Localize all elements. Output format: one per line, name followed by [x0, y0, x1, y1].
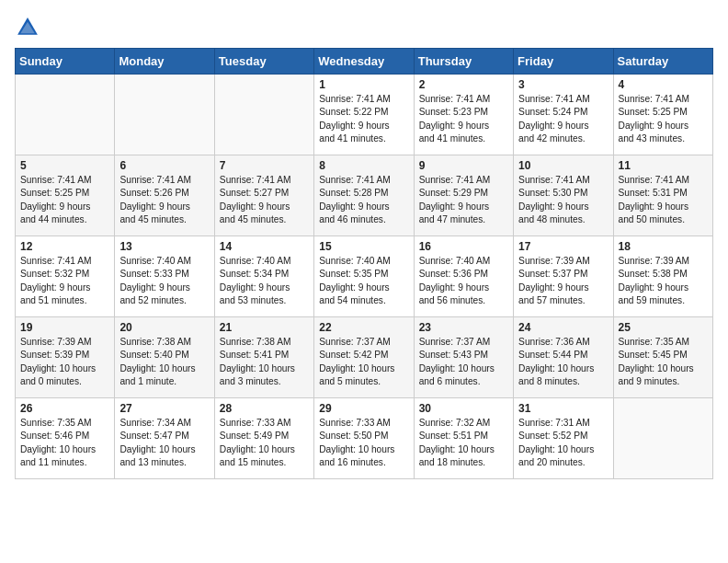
header-friday: Friday — [514, 49, 613, 75]
day-info: Sunrise: 7:33 AM Sunset: 5:49 PM Dayligh… — [220, 417, 309, 469]
day-number: 24 — [518, 321, 608, 334]
day-info: Sunrise: 7:41 AM Sunset: 5:24 PM Dayligh… — [518, 93, 608, 145]
day-info: Sunrise: 7:38 AM Sunset: 5:41 PM Dayligh… — [220, 336, 309, 388]
day-info: Sunrise: 7:38 AM Sunset: 5:40 PM Dayligh… — [119, 336, 209, 388]
header-tuesday: Tuesday — [214, 49, 313, 75]
day-number: 19 — [20, 321, 109, 334]
day-number: 11 — [619, 159, 708, 172]
calendar-cell: 15Sunrise: 7:40 AM Sunset: 5:35 PM Dayli… — [314, 236, 414, 317]
header-thursday: Thursday — [414, 49, 513, 75]
calendar-cell: 26Sunrise: 7:35 AM Sunset: 5:46 PM Dayli… — [16, 398, 115, 479]
day-info: Sunrise: 7:41 AM Sunset: 5:28 PM Dayligh… — [319, 174, 408, 226]
calendar-cell: 3Sunrise: 7:41 AM Sunset: 5:24 PM Daylig… — [514, 75, 613, 155]
day-number: 12 — [20, 240, 109, 253]
day-info: Sunrise: 7:40 AM Sunset: 5:35 PM Dayligh… — [319, 255, 408, 307]
day-number: 15 — [319, 240, 408, 253]
day-number: 22 — [319, 321, 408, 334]
calendar-cell: 5Sunrise: 7:41 AM Sunset: 5:25 PM Daylig… — [16, 155, 115, 236]
day-info: Sunrise: 7:41 AM Sunset: 5:27 PM Dayligh… — [220, 174, 309, 226]
day-number: 10 — [518, 159, 608, 172]
day-number: 23 — [419, 321, 508, 334]
day-info: Sunrise: 7:41 AM Sunset: 5:30 PM Dayligh… — [518, 174, 608, 226]
day-number: 20 — [119, 321, 209, 334]
calendar-cell: 13Sunrise: 7:40 AM Sunset: 5:33 PM Dayli… — [115, 236, 214, 317]
header-saturday: Saturday — [613, 49, 712, 75]
day-info: Sunrise: 7:41 AM Sunset: 5:25 PM Dayligh… — [20, 174, 109, 226]
day-number: 3 — [518, 78, 608, 91]
day-number: 30 — [419, 402, 508, 415]
day-info: Sunrise: 7:41 AM Sunset: 5:32 PM Dayligh… — [20, 255, 109, 307]
calendar-cell — [214, 75, 313, 155]
calendar-cell: 30Sunrise: 7:32 AM Sunset: 5:51 PM Dayli… — [414, 398, 513, 479]
day-number: 29 — [319, 402, 408, 415]
calendar-cell: 7Sunrise: 7:41 AM Sunset: 5:27 PM Daylig… — [214, 155, 313, 236]
calendar-week-row: 19Sunrise: 7:39 AM Sunset: 5:39 PM Dayli… — [16, 317, 713, 398]
day-number: 17 — [518, 240, 608, 253]
day-number: 1 — [319, 78, 408, 91]
day-info: Sunrise: 7:41 AM Sunset: 5:26 PM Dayligh… — [119, 174, 209, 226]
day-info: Sunrise: 7:41 AM Sunset: 5:31 PM Dayligh… — [619, 174, 708, 226]
calendar-cell: 31Sunrise: 7:31 AM Sunset: 5:52 PM Dayli… — [514, 398, 613, 479]
day-info: Sunrise: 7:36 AM Sunset: 5:44 PM Dayligh… — [518, 336, 608, 388]
day-number: 25 — [619, 321, 708, 334]
day-info: Sunrise: 7:35 AM Sunset: 5:46 PM Dayligh… — [20, 417, 109, 469]
calendar-cell: 14Sunrise: 7:40 AM Sunset: 5:34 PM Dayli… — [214, 236, 313, 317]
day-number: 31 — [518, 402, 608, 415]
calendar-cell: 2Sunrise: 7:41 AM Sunset: 5:23 PM Daylig… — [414, 75, 513, 155]
day-info: Sunrise: 7:31 AM Sunset: 5:52 PM Dayligh… — [518, 417, 608, 469]
day-info: Sunrise: 7:32 AM Sunset: 5:51 PM Dayligh… — [419, 417, 508, 469]
day-number: 26 — [20, 402, 109, 415]
day-number: 27 — [119, 402, 209, 415]
calendar-table: SundayMondayTuesdayWednesdayThursdayFrid… — [15, 48, 713, 479]
day-number: 21 — [220, 321, 309, 334]
calendar-cell: 19Sunrise: 7:39 AM Sunset: 5:39 PM Dayli… — [16, 317, 115, 398]
page-header — [15, 15, 713, 40]
calendar-cell: 17Sunrise: 7:39 AM Sunset: 5:37 PM Dayli… — [514, 236, 613, 317]
day-info: Sunrise: 7:33 AM Sunset: 5:50 PM Dayligh… — [319, 417, 408, 469]
calendar-cell — [115, 75, 214, 155]
calendar-week-row: 5Sunrise: 7:41 AM Sunset: 5:25 PM Daylig… — [16, 155, 713, 236]
calendar-cell: 25Sunrise: 7:35 AM Sunset: 5:45 PM Dayli… — [613, 317, 712, 398]
day-number: 9 — [419, 159, 508, 172]
calendar-cell: 9Sunrise: 7:41 AM Sunset: 5:29 PM Daylig… — [414, 155, 513, 236]
day-info: Sunrise: 7:37 AM Sunset: 5:43 PM Dayligh… — [419, 336, 508, 388]
day-number: 14 — [220, 240, 309, 253]
day-info: Sunrise: 7:39 AM Sunset: 5:38 PM Dayligh… — [619, 255, 708, 307]
logo-icon — [15, 15, 40, 40]
day-number: 13 — [119, 240, 209, 253]
day-info: Sunrise: 7:40 AM Sunset: 5:36 PM Dayligh… — [419, 255, 508, 307]
day-info: Sunrise: 7:39 AM Sunset: 5:37 PM Dayligh… — [518, 255, 608, 307]
calendar-header-row: SundayMondayTuesdayWednesdayThursdayFrid… — [16, 49, 713, 75]
calendar-cell: 21Sunrise: 7:38 AM Sunset: 5:41 PM Dayli… — [214, 317, 313, 398]
header-wednesday: Wednesday — [314, 49, 414, 75]
day-info: Sunrise: 7:41 AM Sunset: 5:22 PM Dayligh… — [319, 93, 408, 145]
calendar-cell: 11Sunrise: 7:41 AM Sunset: 5:31 PM Dayli… — [613, 155, 712, 236]
day-info: Sunrise: 7:41 AM Sunset: 5:25 PM Dayligh… — [619, 93, 708, 145]
day-number: 4 — [619, 78, 708, 91]
calendar-cell: 8Sunrise: 7:41 AM Sunset: 5:28 PM Daylig… — [314, 155, 414, 236]
logo — [15, 15, 44, 40]
day-info: Sunrise: 7:37 AM Sunset: 5:42 PM Dayligh… — [319, 336, 408, 388]
header-sunday: Sunday — [16, 49, 115, 75]
day-info: Sunrise: 7:40 AM Sunset: 5:34 PM Dayligh… — [220, 255, 309, 307]
day-info: Sunrise: 7:40 AM Sunset: 5:33 PM Dayligh… — [119, 255, 209, 307]
calendar-cell — [613, 398, 712, 479]
calendar-cell: 23Sunrise: 7:37 AM Sunset: 5:43 PM Dayli… — [414, 317, 513, 398]
calendar-week-row: 26Sunrise: 7:35 AM Sunset: 5:46 PM Dayli… — [16, 398, 713, 479]
calendar-cell: 4Sunrise: 7:41 AM Sunset: 5:25 PM Daylig… — [613, 75, 712, 155]
calendar-cell: 29Sunrise: 7:33 AM Sunset: 5:50 PM Dayli… — [314, 398, 414, 479]
day-number: 5 — [20, 159, 109, 172]
calendar-cell: 20Sunrise: 7:38 AM Sunset: 5:40 PM Dayli… — [115, 317, 214, 398]
calendar-cell: 27Sunrise: 7:34 AM Sunset: 5:47 PM Dayli… — [115, 398, 214, 479]
day-number: 2 — [419, 78, 508, 91]
calendar-cell: 12Sunrise: 7:41 AM Sunset: 5:32 PM Dayli… — [16, 236, 115, 317]
day-info: Sunrise: 7:41 AM Sunset: 5:23 PM Dayligh… — [419, 93, 508, 145]
calendar-cell: 22Sunrise: 7:37 AM Sunset: 5:42 PM Dayli… — [314, 317, 414, 398]
day-number: 28 — [220, 402, 309, 415]
calendar-cell: 6Sunrise: 7:41 AM Sunset: 5:26 PM Daylig… — [115, 155, 214, 236]
calendar-cell: 28Sunrise: 7:33 AM Sunset: 5:49 PM Dayli… — [214, 398, 313, 479]
day-info: Sunrise: 7:39 AM Sunset: 5:39 PM Dayligh… — [20, 336, 109, 388]
calendar-cell: 24Sunrise: 7:36 AM Sunset: 5:44 PM Dayli… — [514, 317, 613, 398]
day-number: 6 — [119, 159, 209, 172]
day-info: Sunrise: 7:41 AM Sunset: 5:29 PM Dayligh… — [419, 174, 508, 226]
